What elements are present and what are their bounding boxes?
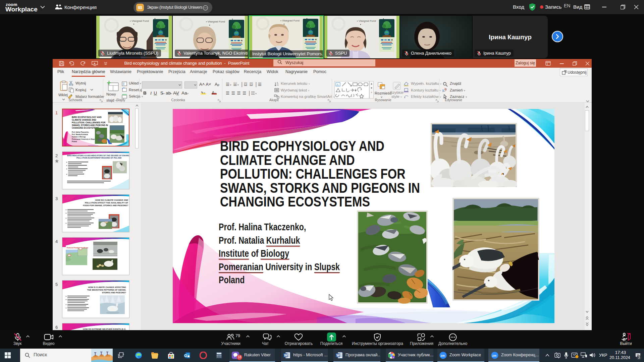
svg-text:SWANS, STORKS AND PIGEONS IN: SWANS, STORKS AND PIGEONS IN <box>72 124 108 127</box>
svg-text:Institute of Biology: Institute of Biology <box>72 136 86 138</box>
svg-text:HOW IS CLIMATE CHANGE AFFECTIN: HOW IS CLIMATE CHANGE AFFECTING <box>88 286 126 288</box>
svg-text:Prof. Natalia Kurhaluk: Prof. Natalia Kurhaluk <box>72 134 88 135</box>
svg-text:zm: zm <box>492 354 497 357</box>
svg-text:POLLUTION AFFECT THE AVAILABIL: POLLUTION AFFECT THE AVAILABILITY OF <box>85 201 128 204</box>
svg-text:POLLUTION: CHALLENGES FOR: POLLUTION: CHALLENGES FOR <box>72 121 106 124</box>
svg-text:zm: zm <box>441 354 445 357</box>
svg-text:• Visegrad Fund: • Visegrad Fund <box>280 19 300 22</box>
svg-text:STORKS AND PIGEONS?: STORKS AND PIGEONS? <box>102 292 126 294</box>
svg-text:A: A <box>337 83 339 86</box>
svg-text:CLIMATE CHANGE AND: CLIMATE CHANGE AND <box>72 119 96 121</box>
svg-text:BIRD ECOPHYSIOLOGY AND: BIRD ECOPHYSIOLOGY AND <box>72 116 102 118</box>
svg-text:• Visegrad Fund: • Visegrad Fund <box>130 19 149 22</box>
svg-text:Pomeranian University in Slups: Pomeranian University in Slupsk <box>72 138 96 140</box>
svg-text:HOW DO CLIMATE CHANGE AND: HOW DO CLIMATE CHANGE AND <box>95 199 128 201</box>
svg-text:BIRD INDICATORS AS BIO-INDICAT: BIRD INDICATORS AS BIO-INDICATORS OF THE… <box>67 155 129 157</box>
svg-text:• Visegrad Fund: • Visegrad Fund <box>357 19 376 22</box>
svg-text:Poland: Poland <box>72 141 77 142</box>
svg-text:Prof. Halina Tkaczenko,: Prof. Halina Tkaczenko, <box>72 131 89 133</box>
svg-text:л: л <box>392 356 394 359</box>
svg-text:W: W <box>336 354 340 357</box>
svg-text:THE MIGRATION PATTERNS OF SWAN: THE MIGRATION PATTERNS OF SWANS, <box>87 289 126 291</box>
svg-text:W: W <box>284 354 287 357</box>
svg-text:FOOD FOR SWANS, STORKS AND PIG: FOOD FOR SWANS, STORKS AND PIGEONS? <box>83 204 128 206</box>
svg-text:POLLUTION IN DIFFERENT REGIONS: POLLUTION IN DIFFERENT REGIONS OF POLAND <box>76 157 121 159</box>
svg-text:• Visegrad Fund: • Visegrad Fund <box>206 20 225 23</box>
